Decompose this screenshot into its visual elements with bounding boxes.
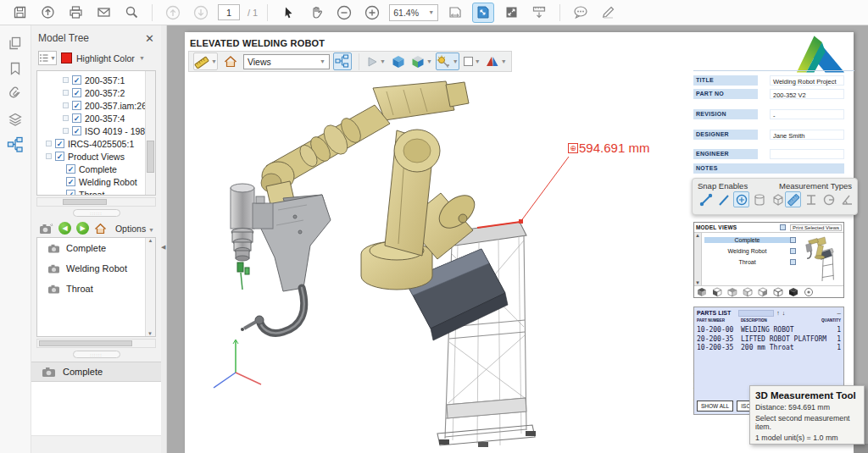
perspective-view-icon[interactable] (804, 287, 814, 297)
show-all-button[interactable]: SHOW ALL (697, 401, 733, 412)
previous-view-button[interactable]: ◀ (58, 222, 71, 235)
view-list-item[interactable]: Welding Robot (37, 258, 155, 279)
scroll-up-icon[interactable]: ▲ (695, 233, 700, 238)
measure-radius-button[interactable] (821, 191, 837, 207)
fit-page-button[interactable] (472, 3, 494, 23)
snap-edge-button[interactable] (715, 191, 732, 207)
expander-icon[interactable] (46, 141, 52, 146)
camera-flash-icon[interactable] (38, 223, 53, 235)
lighting-button[interactable]: ▼ (436, 52, 459, 70)
parts-list-row[interactable]: 20-200-35 LIFTED ROBOT PLATFORM 1 (697, 335, 841, 345)
markup-button[interactable] (598, 3, 620, 23)
snap-cylinder-button[interactable] (751, 191, 767, 207)
designer-field-value[interactable]: Jane Smith (770, 130, 844, 140)
upload-button[interactable] (36, 3, 58, 23)
partno-field-value[interactable]: 200-352 V2 (770, 89, 844, 99)
sort-up-icon[interactable]: ↑ (776, 310, 780, 316)
expander-icon[interactable] (63, 102, 69, 108)
title-field-value[interactable]: Welding Robot Project (770, 75, 844, 86)
background-color-button[interactable]: ▼ (463, 52, 481, 70)
tree-item[interactable]: ✓200-357:4 (37, 112, 145, 124)
parts-list-row[interactable]: 10-200-00 WELDING ROBOT 1 (697, 326, 841, 335)
page-number-input[interactable] (218, 4, 240, 20)
parts-filter-input[interactable] (738, 310, 774, 317)
fit-width-button[interactable] (444, 3, 466, 23)
bookmarks-tab[interactable] (0, 56, 31, 81)
checkbox-icon[interactable]: ✓ (72, 75, 81, 85)
scrollbar-thumb[interactable] (147, 141, 154, 173)
play-animation-button[interactable]: ▼ (366, 52, 386, 70)
panel-splitter-handle[interactable]: :::::: (73, 209, 120, 217)
view-cube-icon[interactable] (743, 287, 753, 297)
scroll-down-icon[interactable]: ▼ (695, 280, 700, 285)
3d-viewport[interactable] (193, 75, 685, 447)
email-button[interactable] (92, 3, 114, 23)
select-tool-button[interactable] (277, 3, 299, 23)
search-button[interactable] (120, 3, 142, 23)
tree-item[interactable]: ✓ISO 4019 - 1982 100 (37, 124, 145, 137)
checkbox-icon[interactable]: ✓ (72, 113, 81, 123)
tree-item[interactable]: ✓Throat (37, 188, 145, 196)
vertical-scrollbar[interactable] (145, 71, 155, 195)
checkbox-icon[interactable]: ✓ (55, 152, 64, 161)
tree-item[interactable]: ✓200-357:1 (37, 74, 145, 86)
save-button[interactable] (8, 3, 31, 23)
dock-toolbar-button[interactable] (528, 3, 550, 23)
measure-tool-button[interactable]: ▼ (193, 52, 218, 70)
model-browser-toggle-button[interactable] (333, 52, 352, 70)
comment-button[interactable] (570, 3, 592, 23)
print-selected-checkbox[interactable] (780, 224, 786, 230)
model-view-row[interactable]: Welding Robot (704, 246, 796, 256)
zoom-in-button[interactable] (361, 3, 383, 23)
engineer-field-value[interactable] (770, 149, 844, 159)
panel-splitter-handle[interactable]: :::::: (73, 351, 120, 358)
view-cube-icon[interactable] (758, 287, 768, 297)
full-screen-button[interactable] (500, 3, 522, 23)
shading-mode-button[interactable] (389, 52, 408, 70)
tree-item[interactable]: ✓Welding Robot (37, 175, 145, 188)
model-view-row[interactable]: Throat (704, 257, 796, 267)
highlight-color-swatch[interactable] (61, 52, 72, 64)
tree-item[interactable]: ✓200-357:2 (37, 86, 145, 99)
pan-tool-button[interactable] (305, 3, 327, 23)
view-list-item[interactable]: Throat (37, 279, 155, 299)
sort-down-icon[interactable]: ↓ (782, 310, 786, 316)
expander-icon[interactable] (63, 115, 69, 121)
view-cube-icon[interactable] (773, 287, 783, 297)
scrollbar-corner[interactable] (854, 444, 868, 453)
tree-display-dropdown[interactable]: ▼ (38, 51, 57, 65)
home-icon[interactable] (94, 223, 107, 235)
pages-tab[interactable] (0, 30, 31, 56)
view-print-checkbox[interactable] (790, 248, 796, 254)
tree-item[interactable]: ✓Complete (37, 163, 145, 175)
revision-field-value[interactable]: - (770, 109, 844, 119)
expander-icon[interactable] (46, 153, 52, 159)
view-print-checkbox[interactable] (790, 259, 796, 265)
checkbox-icon[interactable]: ✓ (72, 126, 81, 135)
checkbox-icon[interactable]: ✓ (72, 101, 81, 110)
panel-collapse-strip[interactable]: ◀ (161, 25, 167, 453)
checkbox-icon[interactable]: ✓ (66, 164, 75, 174)
snap-endpoint-button[interactable] (698, 191, 714, 207)
views-dropdown[interactable]: Views ▼ (243, 54, 330, 69)
scrollbar-thumb[interactable] (63, 199, 107, 205)
checkbox-icon[interactable]: ✓ (66, 190, 75, 196)
snap-center-button[interactable] (733, 191, 749, 207)
scrollbar-thumb[interactable] (39, 340, 132, 346)
layers-tab[interactable] (0, 107, 31, 132)
view-print-checkbox[interactable] (790, 237, 796, 243)
minimize-icon[interactable]: – (837, 309, 841, 317)
cross-section-button[interactable]: ▼ (485, 52, 507, 70)
current-view-bar[interactable]: Complete (31, 362, 161, 382)
print-button[interactable] (64, 3, 86, 23)
horizontal-scrollbar[interactable] (36, 197, 156, 207)
model-tree-tab[interactable] (0, 132, 31, 157)
zoom-out-button[interactable] (333, 3, 355, 23)
view-list-item[interactable]: Complete (37, 238, 155, 258)
expander-icon[interactable] (63, 90, 69, 96)
view-cube-icon[interactable] (727, 287, 737, 297)
view-cube-icon[interactable] (697, 287, 707, 297)
section-mode-button[interactable]: ▼ (411, 52, 432, 70)
close-icon[interactable]: ✕ (145, 33, 154, 44)
checkbox-icon[interactable]: ✓ (72, 88, 81, 97)
